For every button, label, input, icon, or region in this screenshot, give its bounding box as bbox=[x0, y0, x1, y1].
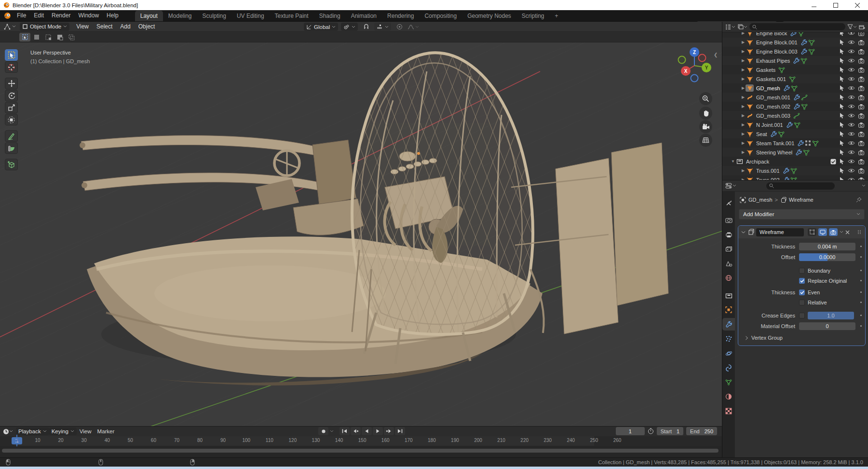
playhead-line[interactable] bbox=[16, 435, 17, 446]
visibility-eye-icon[interactable] bbox=[848, 104, 855, 109]
properties-tab-scene[interactable] bbox=[722, 257, 735, 270]
selectable-icon[interactable] bbox=[839, 177, 845, 180]
outliner-row[interactable]: ▶GD_mesh.001 bbox=[722, 93, 868, 102]
render-visibility-icon[interactable] bbox=[858, 95, 865, 100]
outliner-row[interactable]: ▼Archipack bbox=[722, 157, 868, 166]
frame-start-field[interactable]: Start 1 bbox=[657, 427, 683, 435]
render-visibility-icon[interactable] bbox=[858, 104, 865, 110]
menu-edit[interactable]: Edit bbox=[30, 10, 48, 21]
render-visibility-icon[interactable] bbox=[858, 40, 865, 45]
expand-arrow-icon[interactable]: ▶ bbox=[741, 168, 746, 173]
gizmo-neg-x-axis[interactable] bbox=[699, 55, 706, 62]
properties-tab-particles[interactable] bbox=[722, 332, 735, 345]
tab-rendering[interactable]: Rendering bbox=[382, 11, 419, 21]
selectable-icon[interactable] bbox=[839, 94, 845, 100]
tab-sculpting[interactable]: Sculpting bbox=[197, 11, 231, 21]
properties-tab-output[interactable] bbox=[722, 228, 735, 241]
mode-dropdown[interactable]: Object Mode bbox=[20, 23, 69, 31]
tab-scripting[interactable]: Scripting bbox=[516, 11, 550, 21]
material-offset-field[interactable]: 0 bbox=[799, 322, 855, 330]
frame-end-field[interactable]: End 250 bbox=[686, 427, 717, 435]
outliner-filter-dropdown[interactable] bbox=[847, 24, 857, 29]
proportional-falloff-dropdown[interactable] bbox=[407, 24, 419, 30]
auto-keying-toggle[interactable] bbox=[318, 427, 328, 435]
selectable-icon[interactable] bbox=[839, 57, 845, 64]
render-visibility-icon[interactable] bbox=[858, 76, 865, 82]
outliner-row[interactable]: ▶Engine Block bbox=[722, 32, 868, 38]
menu-window[interactable]: Window bbox=[74, 10, 103, 21]
navigation-gizmo[interactable]: Z Y X bbox=[674, 44, 719, 87]
transform-orientation-dropdown[interactable]: Global bbox=[304, 23, 338, 31]
selectable-icon[interactable] bbox=[839, 103, 845, 110]
tool-move[interactable] bbox=[5, 78, 18, 89]
selectable-icon[interactable] bbox=[839, 67, 845, 73]
chevron-down-icon[interactable] bbox=[741, 231, 746, 234]
nav-pan-button[interactable] bbox=[699, 107, 712, 120]
timeline-menu-marker[interactable]: Marker bbox=[95, 428, 118, 434]
tab-compositing[interactable]: Compositing bbox=[419, 11, 462, 21]
properties-tab-data[interactable] bbox=[722, 376, 735, 388]
render-visibility-icon[interactable] bbox=[858, 32, 865, 36]
outliner-display-mode-dropdown[interactable] bbox=[737, 24, 747, 30]
selectable-icon[interactable] bbox=[839, 32, 845, 36]
crease-edges-checkbox[interactable] bbox=[799, 313, 805, 318]
properties-tab-object[interactable] bbox=[722, 303, 735, 316]
timeline-scrollbar[interactable] bbox=[2, 449, 719, 453]
tab-shading[interactable]: Shading bbox=[314, 11, 346, 21]
outliner-row[interactable]: ▶Steam Tank.001 bbox=[722, 138, 868, 148]
tab-animation[interactable]: Animation bbox=[346, 11, 382, 21]
select-mode-intersect[interactable] bbox=[66, 33, 77, 41]
properties-tab-view-layer[interactable] bbox=[722, 243, 735, 255]
outliner-row[interactable]: ▶Engine Block.001 bbox=[722, 38, 868, 47]
tool-annotate[interactable] bbox=[5, 130, 18, 142]
visibility-eye-icon[interactable] bbox=[848, 67, 855, 72]
selectable-icon[interactable] bbox=[839, 48, 845, 55]
expand-arrow-icon[interactable]: ▶ bbox=[741, 86, 746, 90]
expand-arrow-icon[interactable]: ▶ bbox=[741, 123, 746, 127]
render-visibility-icon[interactable] bbox=[858, 159, 865, 165]
expand-arrow-icon[interactable]: ▶ bbox=[741, 141, 746, 145]
pivot-point-dropdown[interactable] bbox=[341, 23, 358, 31]
timeline-ruler[interactable]: 1020304050607080901001101201301401501601… bbox=[0, 436, 722, 446]
menu-file[interactable]: File bbox=[13, 10, 30, 21]
visibility-eye-icon[interactable] bbox=[848, 140, 855, 146]
modifier-close-icon[interactable] bbox=[845, 230, 850, 234]
render-visibility-icon[interactable] bbox=[858, 49, 865, 55]
editor-type-button[interactable] bbox=[4, 24, 16, 30]
snap-toggle[interactable] bbox=[361, 23, 371, 31]
selectable-icon[interactable] bbox=[839, 149, 845, 155]
properties-options-dropdown[interactable] bbox=[862, 184, 866, 187]
tab-uv-editing[interactable]: UV Editing bbox=[231, 11, 270, 21]
new-collection-button[interactable] bbox=[859, 24, 866, 30]
animate-property-dot[interactable] bbox=[860, 246, 862, 247]
jump-start-button[interactable] bbox=[339, 427, 350, 435]
render-visibility-icon[interactable] bbox=[858, 67, 865, 73]
gizmo-neg-z-axis[interactable] bbox=[691, 75, 698, 82]
menu-help[interactable]: Help bbox=[103, 10, 122, 21]
tool-measure[interactable] bbox=[5, 142, 18, 154]
outliner-row[interactable]: ▶N Joint.001 bbox=[722, 120, 868, 129]
tool-cursor[interactable] bbox=[5, 61, 18, 73]
outliner-row[interactable]: ▶Truss.001 bbox=[722, 166, 868, 175]
animate-property-dot[interactable] bbox=[860, 315, 862, 316]
viewport-menu-view[interactable]: View bbox=[72, 23, 93, 30]
outliner-editor-type-button[interactable] bbox=[725, 24, 735, 30]
outliner-row[interactable]: ▶Gaskets.001 bbox=[722, 74, 868, 83]
animate-property-dot[interactable] bbox=[860, 291, 862, 293]
animate-property-dot[interactable] bbox=[860, 302, 862, 303]
properties-tab-texture[interactable] bbox=[722, 405, 735, 417]
select-mode-invert[interactable] bbox=[54, 33, 65, 41]
visibility-eye-icon[interactable] bbox=[848, 131, 855, 137]
tool-scale[interactable] bbox=[5, 102, 18, 113]
viewport-menu-select[interactable]: Select bbox=[93, 23, 116, 30]
tool-select-box[interactable] bbox=[5, 49, 18, 61]
visibility-eye-icon[interactable] bbox=[848, 122, 855, 127]
properties-tab-modifiers[interactable] bbox=[722, 318, 735, 331]
nav-zoom-button[interactable] bbox=[699, 92, 712, 105]
render-visibility-icon[interactable] bbox=[858, 122, 865, 128]
expand-arrow-icon[interactable]: ▶ bbox=[741, 95, 746, 99]
outliner-row[interactable]: ▶Exhaust Pipes bbox=[722, 56, 868, 65]
current-frame-field[interactable]: 1 bbox=[616, 427, 645, 435]
render-visibility-icon[interactable] bbox=[858, 113, 865, 119]
selectable-icon[interactable] bbox=[839, 167, 845, 174]
